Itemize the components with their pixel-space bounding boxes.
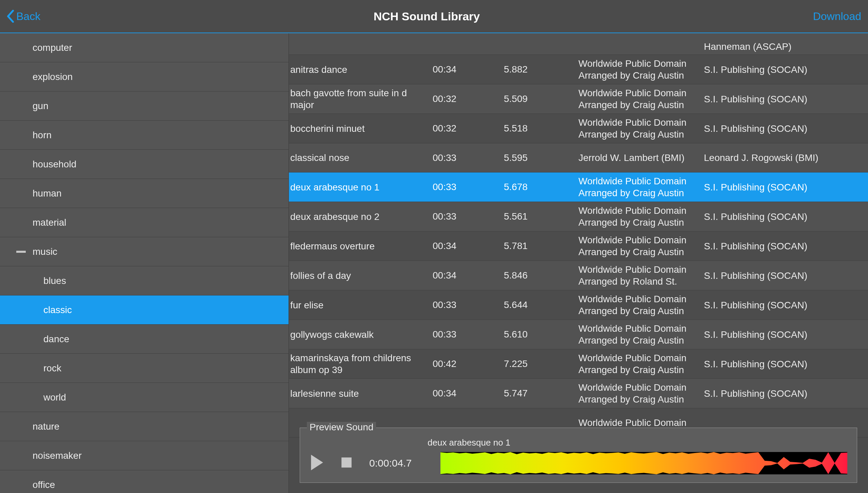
sidebar-item-label: rock xyxy=(43,363,61,374)
table-row[interactable]: fledermaus overture00:345.781Worldwide P… xyxy=(289,231,868,261)
page-title: NCH Sound Library xyxy=(374,10,480,23)
sidebar-item-horn[interactable]: horn xyxy=(0,121,289,150)
download-button[interactable]: Download xyxy=(813,10,861,23)
sidebar-item-explosion[interactable]: explosion xyxy=(0,62,289,91)
track-author: Jerrold W. Lambert (BMI) xyxy=(578,152,704,164)
track-duration: 00:34 xyxy=(433,241,504,251)
track-duration: 00:33 xyxy=(433,329,504,340)
track-duration: 00:33 xyxy=(433,300,504,310)
track-name: deux arabesque no 1 xyxy=(290,181,433,193)
table-row[interactable]: bach gavotte from suite in d major00:325… xyxy=(289,84,868,114)
track-name: fledermaus overture xyxy=(290,240,433,252)
track-author: Worldwide Public Domain Arranged by Crai… xyxy=(578,293,704,317)
table-row[interactable]: fur elise00:335.644Worldwide Public Doma… xyxy=(289,290,868,320)
sidebar-item-label: music xyxy=(33,246,57,257)
sidebar-item-blues[interactable]: blues xyxy=(0,266,289,295)
track-size: 5.610 xyxy=(504,329,578,340)
track-duration: 00:42 xyxy=(433,358,504,369)
track-size: 5.518 xyxy=(504,123,578,134)
table-row[interactable]: classical nose00:335.595Jerrold W. Lambe… xyxy=(289,143,868,172)
app-header: Back NCH Sound Library Download xyxy=(0,0,868,33)
back-label: Back xyxy=(16,10,40,23)
track-size: 5.678 xyxy=(504,182,578,192)
back-button[interactable]: Back xyxy=(7,10,40,23)
track-name: deux arabesque no 2 xyxy=(290,211,433,223)
sidebar-item-label: explosion xyxy=(33,71,73,82)
table-row[interactable]: deux arabesque no 200:335.561Worldwide P… xyxy=(289,202,868,231)
play-button[interactable] xyxy=(310,454,324,472)
track-publisher: S.I. Publishing (SOCAN) xyxy=(704,181,867,193)
sidebar-item-household[interactable]: household xyxy=(0,150,289,179)
track-size: 5.561 xyxy=(504,211,578,222)
table-row[interactable]: gollywogs cakewalk00:335.610Worldwide Pu… xyxy=(289,320,868,349)
table-row[interactable]: deux arabesque no 100:335.678Worldwide P… xyxy=(289,172,868,202)
table-row[interactable]: follies of a day00:345.846Worldwide Publ… xyxy=(289,261,868,290)
track-author: Worldwide Public Domain Arranged by Rola… xyxy=(578,264,704,287)
track-publisher: S.I. Publishing (SOCAN) xyxy=(704,329,867,341)
track-author: Worldwide Public Domain Arranged by Crai… xyxy=(578,175,704,199)
play-icon xyxy=(310,454,324,471)
sidebar-item-label: office xyxy=(33,479,55,490)
track-publisher: S.I. Publishing (SOCAN) xyxy=(704,358,867,370)
sidebar-item-label: world xyxy=(43,392,66,403)
track-name: boccherini minuet xyxy=(290,123,433,135)
table-row[interactable]: boccherini minuet00:325.518Worldwide Pub… xyxy=(289,114,868,143)
track-duration: 00:32 xyxy=(433,123,504,134)
sidebar-item-human[interactable]: human xyxy=(0,179,289,208)
track-publisher: S.I. Publishing (SOCAN) xyxy=(704,64,867,76)
svg-marker-0 xyxy=(311,455,323,470)
sidebar-item-music[interactable]: music xyxy=(0,237,289,266)
table-row[interactable]: larlesienne suite00:345.747Worldwide Pub… xyxy=(289,379,868,408)
sidebar-item-label: material xyxy=(33,217,66,228)
sidebar-item-label: nature xyxy=(33,421,59,432)
track-name: classical nose xyxy=(290,152,433,164)
track-duration: 00:33 xyxy=(433,152,504,163)
track-name: follies of a day xyxy=(290,270,433,282)
sidebar-item-material[interactable]: material xyxy=(0,208,289,237)
track-duration: 00:34 xyxy=(433,270,504,281)
track-name: larlesienne suite xyxy=(290,388,433,399)
stop-icon xyxy=(341,457,352,468)
table-row[interactable]: anitras dance00:345.882Worldwide Public … xyxy=(289,55,868,84)
sidebar-item-rock[interactable]: rock xyxy=(0,354,289,383)
track-author: Worldwide Public Domain Arranged by Crai… xyxy=(578,382,704,405)
track-author: Worldwide Public Domain Arranged by Crai… xyxy=(578,58,704,81)
stop-button[interactable] xyxy=(341,457,352,470)
sidebar-item-computer[interactable]: computer xyxy=(0,33,289,62)
track-name: kamarinskaya from childrens album op 39 xyxy=(290,352,433,376)
track-publisher: S.I. Publishing (SOCAN) xyxy=(704,211,867,223)
sidebar-item-noisemaker[interactable]: noisemaker xyxy=(0,441,289,470)
track-duration: 00:33 xyxy=(433,211,504,222)
track-author: Worldwide Public Domain Arranged by Crai… xyxy=(578,234,704,258)
sidebar-item-classic[interactable]: classic xyxy=(0,295,289,325)
preview-panel: Preview Sound deux arabesque no 1 0:00:0 xyxy=(300,428,857,483)
track-name: gollywogs cakewalk xyxy=(290,329,433,341)
track-author: Worldwide Public Domain Arranged by Crai… xyxy=(578,205,704,228)
track-publisher: Hanneman (ASCAP) xyxy=(704,41,867,53)
track-size: 5.781 xyxy=(504,241,578,251)
track-size: 5.644 xyxy=(504,300,578,310)
sidebar-item-world[interactable]: world xyxy=(0,383,289,412)
sidebar-item-dance[interactable]: dance xyxy=(0,325,289,354)
sidebar-item-office[interactable]: office xyxy=(0,470,289,493)
svg-rect-1 xyxy=(341,457,352,468)
track-name: anitras dance xyxy=(290,64,433,76)
track-author: Worldwide Public Domain Arranged by Crai… xyxy=(578,117,704,140)
collapse-icon[interactable] xyxy=(16,251,26,253)
waveform-seekbar[interactable] xyxy=(440,452,847,474)
table-row[interactable]: Hanneman (ASCAP) xyxy=(289,33,868,55)
sidebar-item-gun[interactable]: gun xyxy=(0,91,289,121)
category-sidebar[interactable]: computerexplosiongunhornhouseholdhumanma… xyxy=(0,33,289,493)
chevron-left-icon xyxy=(7,10,14,23)
track-author: Worldwide Public Domain xyxy=(578,417,704,429)
track-publisher: S.I. Publishing (SOCAN) xyxy=(704,240,867,252)
track-name: fur elise xyxy=(290,299,433,311)
track-size: 5.509 xyxy=(504,94,578,104)
sidebar-item-nature[interactable]: nature xyxy=(0,412,289,441)
sidebar-item-label: classic xyxy=(43,305,72,315)
sidebar-item-label: computer xyxy=(33,42,72,53)
track-author: Worldwide Public Domain Arranged by Crai… xyxy=(578,352,704,376)
track-publisher: S.I. Publishing (SOCAN) xyxy=(704,299,867,311)
table-row[interactable]: kamarinskaya from childrens album op 390… xyxy=(289,349,868,379)
track-duration: 00:34 xyxy=(433,388,504,399)
